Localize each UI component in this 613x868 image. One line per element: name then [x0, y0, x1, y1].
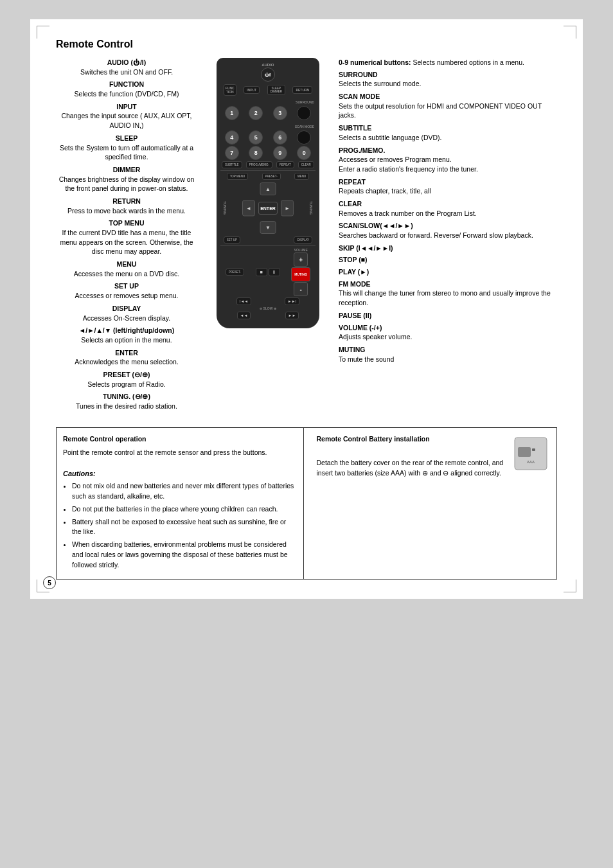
setup-display-row: SET UP DISPLAY — [220, 236, 315, 244]
menu-button[interactable]: MENU — [294, 173, 309, 180]
scan-slow-group: SCAN/SLOW(◄◄/►►) Searches backward or fo… — [339, 221, 557, 240]
battery-box-content: Remote Control Battery installation Deta… — [317, 434, 551, 479]
sleep-dimmer-button[interactable]: SLEEPDIMMER — [267, 85, 285, 95]
num-7-button[interactable]: 7 — [225, 146, 239, 160]
num09-desc: Selects numbered options in a menu. — [413, 58, 524, 66]
subtitle-row: SUBTITLE PROG./MEMO. REPEAT CLEAR — [220, 161, 315, 168]
num-2-button[interactable]: 2 — [249, 106, 263, 120]
info-boxes-container: Remote Control operation Point the remot… — [56, 427, 557, 580]
nav-right-button[interactable]: ► — [281, 200, 294, 217]
slow-row: ◄◄ ►► — [220, 312, 315, 319]
audio-label: AUDIO (⏻/I) — [56, 58, 197, 67]
svg-rect-1 — [518, 447, 531, 457]
enter-desc: Acknowledges the menu selection. — [56, 357, 197, 367]
repeat-button[interactable]: REPEAT — [276, 161, 294, 168]
volume-plus-button[interactable]: + — [294, 252, 308, 267]
top-menu-desc: If the current DVD title has a menu, the… — [56, 228, 197, 256]
slow-fwd-button[interactable]: ►► — [285, 312, 299, 319]
prog-memo-group: PROG./MEMO. Accesses or removes Program … — [339, 146, 557, 174]
enter-label: ENTER — [56, 348, 197, 358]
svg-text:AAA: AAA — [527, 460, 535, 464]
num-3-button[interactable]: 3 — [273, 106, 287, 120]
num-0-button[interactable]: 0 — [297, 146, 311, 160]
audio-remote-label: AUDIO — [220, 63, 315, 67]
volume-label: VOLUME — [294, 248, 308, 252]
nav-pad: ▲ ◄ ENTER ► ▼ — [242, 182, 294, 234]
muting-button[interactable]: MUTING — [291, 267, 310, 281]
slow-back-button[interactable]: ◄◄ — [237, 312, 251, 319]
muting-group: MUTING To mute the sound — [339, 345, 557, 364]
surround-desc: Selects the surround mode. — [339, 79, 557, 89]
play-group: PLAY (►) — [339, 267, 557, 277]
clear-group: CLEAR Removes a track number on the Prog… — [339, 199, 557, 218]
remote-operation-title: Remote Control operation — [63, 434, 297, 445]
battery-text-area: Remote Control Battery installation Deta… — [317, 434, 507, 479]
fm-mode-desc: This will change the tuner from stereo t… — [339, 288, 557, 307]
play-pause-button[interactable]: II — [269, 268, 280, 276]
num-8-button[interactable]: 8 — [249, 146, 263, 160]
pause-label: PAUSE (II) — [339, 312, 371, 319]
slow-label: ⊖ SLOW ⊕ — [220, 306, 315, 310]
input-desc: Changes the input source ( AUX, AUX OPT,… — [56, 111, 197, 130]
corner-mark-tr — [564, 26, 576, 39]
page-number: 5 — [43, 576, 56, 589]
scan-slow-label: SCAN/SLOW(◄◄/►►) — [339, 222, 413, 229]
num-1-button[interactable]: 1 — [225, 106, 239, 120]
svg-rect-2 — [532, 448, 535, 451]
top-menu-button[interactable]: TOP MENU — [227, 173, 249, 180]
clear-button[interactable]: CLEAR — [298, 161, 314, 168]
num-6-button[interactable]: 6 — [273, 130, 287, 145]
nav-left-button[interactable]: ◄ — [242, 200, 255, 217]
return-label: RETURN — [56, 197, 197, 206]
scan-mode-label-r: SCAN MODE — [339, 93, 380, 100]
set-up-label: SET UP — [56, 281, 197, 291]
num-4-button[interactable]: 4 — [225, 130, 239, 145]
num09-group: 0-9 numerical buttons: Selects numbered … — [339, 58, 557, 67]
display-desc: Accesses On-Screen display. — [56, 314, 197, 323]
top-menu-label: TOP MENU — [56, 218, 197, 228]
setup-button[interactable]: SET UP — [224, 236, 240, 244]
display-label: DISPLAY — [56, 304, 197, 314]
tuning-right-label: TUNING — [309, 201, 313, 215]
stop-button[interactable]: ■ — [256, 268, 267, 276]
num-9-button[interactable]: 9 — [273, 146, 287, 160]
prog-memo-button[interactable]: PROG./MEMO. — [246, 161, 272, 168]
skip-row: I◄◄ ►►I — [220, 297, 315, 305]
caution-title: Cautions: — [63, 468, 297, 479]
num-6b-button[interactable] — [297, 130, 311, 145]
main-layout: AUDIO (⏻/I) Switches the unit ON and OFF… — [56, 58, 557, 414]
arrows-desc: Selects an option in the menu. — [56, 335, 197, 345]
num-5-button[interactable]: 5 — [249, 130, 263, 145]
preset-button[interactable]: PRESET- — [262, 173, 281, 180]
muting-desc: To mute the sound — [339, 355, 557, 364]
repeat-desc: Repeats chapter, track, title, all — [339, 186, 557, 196]
function-button[interactable]: FUNCTION — [224, 84, 236, 96]
num-3b-button[interactable] — [297, 106, 311, 120]
nav-down-button[interactable]: ▼ — [260, 221, 276, 234]
input-button[interactable]: INPUT — [244, 86, 260, 94]
skip-fwd-button[interactable]: ►►I — [285, 297, 300, 305]
display-button[interactable]: DISPLAY — [294, 236, 312, 244]
caution-item-3: Battery shall not be exposed to excessiv… — [72, 517, 297, 538]
menu-row: TOP MENU PRESET- MENU — [220, 173, 315, 180]
divider-1 — [220, 170, 315, 171]
dimmer-label: DIMMER — [56, 165, 197, 175]
remote-operation-box: Remote Control operation Point the remot… — [57, 428, 304, 580]
subtitle-button[interactable]: SUBTITLE — [222, 161, 242, 168]
return-button[interactable]: RETURN — [292, 86, 312, 94]
subtitle-desc: Selects a subtitle language (DVD). — [339, 133, 557, 143]
preset-left-button[interactable]: PRESET- — [226, 269, 244, 276]
top-buttons-row: FUNCTION INPUT SLEEPDIMMER RETURN — [220, 84, 315, 96]
nav-up-button[interactable]: ▲ — [260, 182, 276, 195]
volume-minus-button[interactable]: - — [294, 282, 308, 296]
muting-label-r: MUTING — [339, 346, 365, 353]
corner-mark-br — [564, 580, 576, 592]
corner-mark-tl — [37, 26, 49, 39]
menu-desc: Accesses the menu on a DVD disc. — [56, 269, 197, 279]
enter-nav-button[interactable]: ENTER — [258, 202, 278, 215]
page-title: Remote Control — [56, 39, 557, 50]
repeat-group: REPEAT Repeats chapter, track, title, al… — [339, 177, 557, 196]
function-desc: Selects the function (DVD/CD, FM) — [56, 89, 197, 99]
skip-back-button[interactable]: I◄◄ — [236, 297, 252, 305]
audio-power-button[interactable]: ⏻/I — [261, 67, 275, 82]
